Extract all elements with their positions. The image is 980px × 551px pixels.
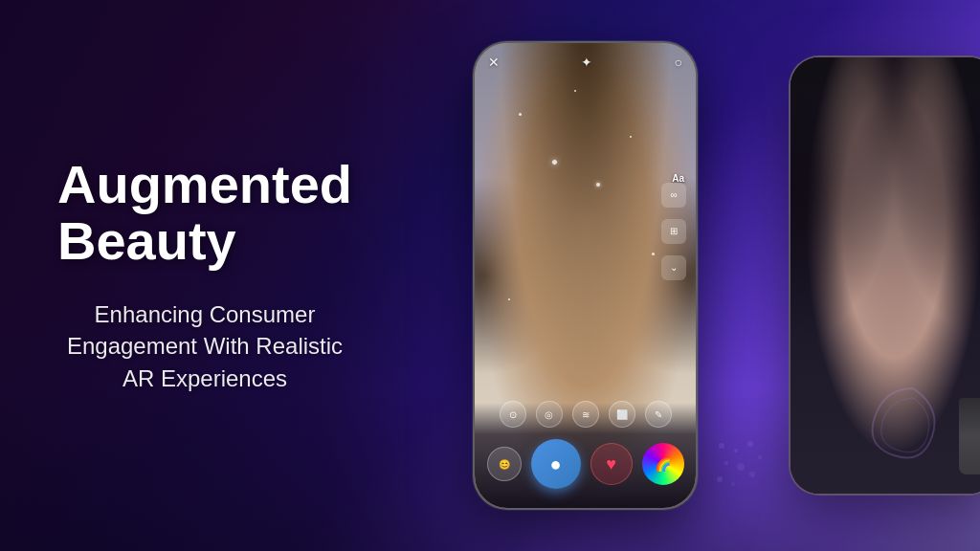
rainbow-button[interactable]: 🌈 <box>642 443 684 485</box>
sparkle-4 <box>574 90 576 92</box>
phone1-action-row: 😊 ● ♥ 🌈 <box>487 439 684 489</box>
decorative-swirl <box>856 379 970 494</box>
subtitle-line2: Engagement With Realistic <box>67 333 343 359</box>
filter-icon-2: ◎ <box>536 401 563 428</box>
circle-icon: ○ <box>675 55 682 70</box>
phone1-top-bar: ✕ ✦ ○ <box>475 55 696 70</box>
filter-icon-4: ⬜ <box>609 401 635 428</box>
svg-point-4 <box>737 463 745 471</box>
heart-button[interactable]: ♥ <box>590 443 633 485</box>
svg-point-5 <box>758 455 762 459</box>
subtitle-text: Enhancing Consumer Engagement With Reali… <box>57 298 352 394</box>
svg-point-8 <box>749 472 755 477</box>
phone-1: ✕ ✦ ○ Aa ∞ ⊞ ⌄ ⊙ ◎ ≋ <box>473 41 698 510</box>
sticker-icon: 😊 <box>487 447 522 481</box>
phones-container: ✕ ✦ ○ Aa ∞ ⊞ ⌄ ⊙ ◎ ≋ <box>444 0 980 551</box>
phone1-bottom-bar: ⊙ ◎ ≋ ⬜ ✎ 😊 ● ♥ 🌈 <box>475 403 696 508</box>
sparkle-5 <box>652 253 655 255</box>
main-title: Augmented Beauty <box>57 157 352 270</box>
capture-button[interactable]: ● <box>531 439 581 489</box>
sparkle-2 <box>630 136 632 138</box>
chevron-down-tool: ⌄ <box>661 255 686 280</box>
grid-tool: ⊞ <box>661 219 686 244</box>
filter-icon-3: ≋ <box>572 401 599 428</box>
decorative-dots <box>712 436 789 513</box>
svg-point-7 <box>731 482 735 486</box>
close-icon: ✕ <box>488 55 500 70</box>
svg-point-1 <box>734 449 738 452</box>
svg-point-6 <box>717 476 723 482</box>
subtitle-line3: AR Experiences <box>122 365 287 391</box>
phone1-filter-row: ⊙ ◎ ≋ ⬜ ✎ <box>500 401 672 428</box>
svg-point-2 <box>747 441 753 447</box>
sparkle-icon: ✦ <box>581 55 592 70</box>
svg-point-3 <box>724 461 728 465</box>
phone1-right-toolbar: ∞ ⊞ ⌄ <box>661 183 686 280</box>
filter-icon-1: ⊙ <box>500 401 526 428</box>
title-line2: Beauty <box>57 210 236 271</box>
phone1-screen: ✕ ✦ ○ Aa ∞ ⊞ ⌄ ⊙ ◎ ≋ <box>475 43 696 508</box>
filter-icon-5: ✎ <box>645 401 672 428</box>
slide-container: Augmented Beauty Enhancing Consumer Enga… <box>0 0 980 551</box>
infinity-tool: ∞ <box>661 183 686 208</box>
sparkle-3 <box>596 183 600 187</box>
svg-point-0 <box>719 443 724 449</box>
text-content-block: Augmented Beauty Enhancing Consumer Enga… <box>57 157 352 394</box>
subtitle-line1: Enhancing Consumer <box>95 300 316 326</box>
title-line1: Augmented <box>57 154 352 214</box>
